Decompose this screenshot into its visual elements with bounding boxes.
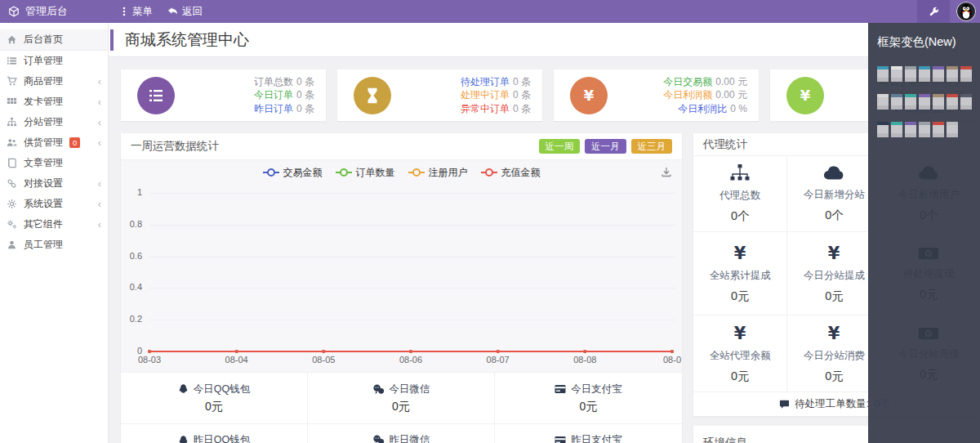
sidebar-item-label: 后台首页 bbox=[24, 33, 63, 47]
theme-swatch-0-2[interactable] bbox=[905, 66, 916, 82]
cube-icon bbox=[8, 6, 20, 17]
qq-icon bbox=[178, 383, 189, 395]
legend-item-1[interactable]: 订单数量 bbox=[336, 166, 395, 180]
chart-plot: 10.80.60.40.2008-0308-0408-0508-0608-070… bbox=[121, 185, 682, 372]
topbar-menu: 菜单 返回 bbox=[109, 5, 203, 19]
theme-swatch-1-6[interactable] bbox=[960, 94, 972, 110]
theme-swatch-0-1[interactable] bbox=[891, 66, 902, 82]
svg-text:¥: ¥ bbox=[828, 244, 840, 263]
chart-legend: 交易金额订单数量注册用户充值金额 bbox=[121, 160, 682, 185]
sidebar-item-label: 其它组件 bbox=[24, 217, 63, 231]
sidebar-item-products[interactable]: 商品管理‹ bbox=[0, 71, 108, 92]
theme-swatch-2-2[interactable] bbox=[905, 122, 916, 137]
chevron-left-icon: ‹ bbox=[98, 199, 101, 209]
svg-text:¥: ¥ bbox=[734, 244, 746, 263]
sitemap-icon bbox=[7, 117, 17, 128]
yen-bold-icon: ¥ bbox=[824, 324, 844, 343]
theme-swatch-0-5[interactable] bbox=[947, 66, 958, 82]
agent-cell-6: ¥全站代理余额0元 bbox=[693, 315, 787, 392]
theme-swatch-1-3[interactable] bbox=[919, 94, 930, 110]
stat-circle bbox=[137, 77, 175, 114]
qq-avatar[interactable] bbox=[956, 2, 976, 21]
sidebar-item-substations[interactable]: 分站管理‹ bbox=[0, 112, 108, 132]
chart-panel-header: 一周运营数据统计 近一周近一月近三月 bbox=[121, 133, 682, 160]
theme-swatch-0-3[interactable] bbox=[919, 66, 930, 82]
theme-swatch-1-0[interactable] bbox=[877, 94, 889, 110]
content: 订单总数0 条今日订单0 条昨日订单0 条待处理订单0 条处理中订单0 条异常中… bbox=[109, 57, 980, 443]
menu-toggle[interactable]: 菜单 bbox=[120, 5, 153, 19]
theme-swatch-0-0[interactable] bbox=[877, 66, 889, 82]
sidebar-item-label: 对接设置 bbox=[24, 177, 63, 190]
sidebar-item-home[interactable]: 后台首页 bbox=[0, 29, 108, 51]
theme-swatch-1-2[interactable] bbox=[905, 94, 916, 110]
payment-cell-0-2: 今日支付宝0元 bbox=[495, 373, 682, 423]
chart-panel-title: 一周运营数据统计 bbox=[131, 139, 219, 154]
stat-row: 异常中订单0 条 bbox=[461, 102, 531, 116]
chevron-left-icon: ‹ bbox=[98, 137, 101, 148]
svg-text:¥: ¥ bbox=[584, 87, 595, 104]
svg-text:¥: ¥ bbox=[734, 324, 746, 343]
sidebar-item-label: 文章管理 bbox=[24, 156, 63, 170]
theme-swatch-2-0[interactable] bbox=[877, 122, 889, 137]
sidebar-item-integration[interactable]: 对接设置‹ bbox=[0, 173, 108, 194]
payment-cell-1-2: 昨日支付宝0元 bbox=[495, 423, 682, 443]
stat-row: 订单总数0 条 bbox=[254, 75, 314, 89]
sidebar-item-card-issue[interactable]: 发卡管理‹ bbox=[0, 92, 108, 112]
sidebar-item-orders[interactable]: 订单管理 bbox=[0, 51, 108, 71]
range-button-1[interactable]: 近一月 bbox=[585, 139, 626, 154]
legend-item-2[interactable]: 注册用户 bbox=[408, 166, 468, 180]
theme-swatch-1-4[interactable] bbox=[933, 94, 944, 110]
wrench-icon bbox=[929, 7, 939, 17]
wrench-button[interactable] bbox=[917, 0, 950, 23]
swatch-row-2 bbox=[877, 122, 980, 137]
theme-swatch-1-1[interactable] bbox=[891, 94, 902, 110]
legend-item-3[interactable]: 充值金额 bbox=[481, 166, 541, 180]
theme-swatch-0-6[interactable] bbox=[960, 66, 972, 82]
payment-cell-0-0: 今日QQ钱包0元 bbox=[121, 373, 308, 423]
yen-bold-icon: ¥ bbox=[730, 324, 750, 343]
chat-icon bbox=[779, 399, 790, 409]
range-button-0[interactable]: 近一周 bbox=[539, 139, 581, 154]
gear-icon bbox=[7, 199, 17, 209]
theme-swatch-2-5[interactable] bbox=[947, 122, 958, 137]
sidebar-item-label: 订单管理 bbox=[24, 54, 63, 68]
supply-badge: 0 bbox=[69, 137, 80, 148]
book-icon bbox=[7, 158, 17, 168]
theme-swatch-2-4[interactable] bbox=[933, 122, 944, 137]
theme-swatch-2-1[interactable] bbox=[891, 122, 902, 137]
stat-cards-row: 订单总数0 条今日订单0 条昨日订单0 条待处理订单0 条处理中订单0 条异常中… bbox=[121, 69, 975, 121]
menu-dots-icon bbox=[120, 7, 128, 16]
download-icon[interactable] bbox=[661, 167, 672, 178]
page-title: 商城系统管理中心 bbox=[125, 29, 249, 51]
sidebar-item-staff[interactable]: 员工管理 bbox=[0, 235, 108, 255]
sidebar-item-components[interactable]: 其它组件‹ bbox=[0, 214, 108, 235]
theme-swatch-1-5[interactable] bbox=[947, 94, 958, 110]
theme-overlay-title: 框架变色(New) bbox=[877, 34, 980, 50]
legend-marker bbox=[481, 168, 497, 177]
stat-row: 待处理订单0 条 bbox=[461, 75, 531, 89]
sidebar-item-articles[interactable]: 文章管理 bbox=[0, 153, 108, 173]
theme-swatch-0-4[interactable] bbox=[933, 66, 944, 82]
sidebar-item-label: 分站管理 bbox=[24, 115, 63, 129]
main-row: 一周运营数据统计 近一周近一月近三月 交易金额订单数量注册用户充值金额 10.8… bbox=[121, 133, 975, 443]
chevron-left-icon: ‹ bbox=[98, 76, 101, 87]
topbar-right bbox=[917, 0, 980, 23]
chevron-left-icon: ‹ bbox=[98, 219, 101, 230]
legend-marker bbox=[336, 168, 352, 177]
sidebar-item-supply[interactable]: 供货管理0‹ bbox=[0, 132, 108, 153]
theme-swatch-2-3[interactable] bbox=[919, 122, 930, 137]
chart-series bbox=[121, 185, 682, 372]
back-button[interactable]: 返回 bbox=[167, 5, 203, 19]
stat-rows: 今日交易额0.00 元今日利润额0.00 元今日利润比0 % bbox=[663, 75, 747, 116]
svg-text:¥: ¥ bbox=[828, 324, 840, 343]
app-root: 管理后台 菜单 返回 bbox=[0, 0, 980, 443]
titlebar: 商城系统管理中心 bbox=[109, 23, 980, 57]
range-button-2[interactable]: 近三月 bbox=[631, 139, 673, 154]
stat-card-1: 待处理订单0 条处理中订单0 条异常中订单0 条 bbox=[337, 69, 542, 121]
env-panel-title: 环境信息 bbox=[703, 436, 747, 443]
sidebar-item-system[interactable]: 系统设置‹ bbox=[0, 194, 108, 214]
agent-footer-label: 待处理工单数量: bbox=[795, 397, 869, 411]
sidebar-item-label: 员工管理 bbox=[24, 238, 63, 252]
legend-item-0[interactable]: 交易金额 bbox=[263, 166, 323, 180]
brand-label: 管理后台 bbox=[25, 4, 68, 19]
